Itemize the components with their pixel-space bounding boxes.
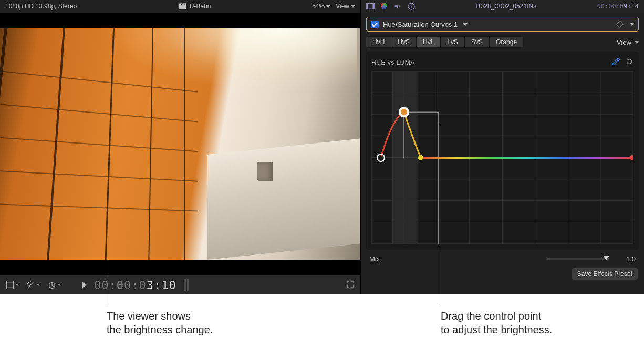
chevron-down-icon: [635, 41, 639, 44]
chevron-down-icon: [351, 5, 355, 8]
mix-row: Mix 1.0: [361, 250, 644, 266]
svg-point-6: [13, 287, 14, 289]
chevron-down-icon: [58, 284, 61, 286]
save-effects-preset-button[interactable]: Save Effects Preset: [572, 268, 638, 280]
chevron-down-icon: [326, 5, 330, 8]
chevron-down-icon: [463, 23, 468, 26]
svg-rect-15: [411, 6, 412, 8]
inspector-pane: B028_C002_0521INs 00:00:09:14 Hue/Satura…: [361, 0, 644, 294]
info-inspector-icon[interactable]: [407, 3, 416, 10]
svg-point-3: [6, 281, 7, 283]
inspector-top-bar: B028_C002_0521INs 00:00:09:14: [361, 0, 644, 13]
tab-lvs[interactable]: LvS: [441, 37, 465, 47]
chevron-down-icon[interactable]: [630, 23, 634, 26]
keyframe-icon[interactable]: [616, 21, 624, 28]
callouts: The viewer showsthe brightness change. D…: [0, 294, 644, 347]
chevron-down-icon: [37, 284, 40, 286]
tab-hvl[interactable]: HvL: [417, 37, 441, 47]
clapper-icon: [178, 3, 186, 10]
effect-enable-checkbox[interactable]: [371, 21, 379, 28]
viewer-top-bar: 1080p HD 23.98p, Stereo U-Bahn 54% View: [0, 0, 360, 13]
tab-svs[interactable]: SvS: [465, 37, 490, 47]
video-frame: [0, 28, 360, 260]
effect-header[interactable]: Hue/Saturation Curves 1: [366, 17, 639, 32]
svg-point-13: [382, 5, 387, 9]
callout-text-viewer: The viewer showsthe brightness change.: [107, 309, 296, 336]
audio-inspector-icon[interactable]: [393, 3, 402, 10]
tab-orange[interactable]: Orange: [490, 37, 523, 47]
chevron-down-icon: [16, 284, 19, 286]
curve-panel: HUE vs LUMA: [366, 52, 639, 250]
viewer-bottom-bar: 00:00:03:10: [0, 275, 360, 294]
eyedropper-button[interactable]: [611, 57, 621, 68]
slider-thumb-icon[interactable]: [603, 256, 609, 260]
svg-rect-36: [421, 157, 633, 159]
curve-title-row: HUE vs LUMA: [371, 57, 633, 68]
svg-point-5: [6, 287, 7, 289]
svg-rect-9: [367, 4, 368, 9]
curve-tab-row: HvH HvS HvL LvS SvS Orange View: [361, 35, 644, 52]
inspector-timecode: 00:00:09:14: [597, 3, 639, 10]
mix-label: Mix: [369, 255, 380, 263]
audio-meter: [184, 279, 190, 291]
inspector-clip-name: B028_C002_0521INs: [476, 3, 536, 10]
svg-rect-10: [372, 4, 374, 9]
svg-rect-2: [7, 282, 13, 288]
viewer-pane: 1080p HD 23.98p, Stereo U-Bahn 54% View: [0, 0, 361, 294]
viewer-canvas[interactable]: [0, 13, 360, 275]
clip-title[interactable]: U-Bahn: [178, 3, 211, 10]
retime-tool[interactable]: [47, 281, 61, 289]
color-inspector-icon[interactable]: [380, 3, 388, 10]
svg-point-38: [379, 156, 382, 159]
clip-title-text: U-Bahn: [190, 3, 211, 10]
mix-slider[interactable]: [546, 258, 609, 260]
app-window: 1080p HD 23.98p, Stereo U-Bahn 54% View: [0, 0, 644, 294]
tab-hvs[interactable]: HvS: [391, 37, 417, 47]
video-inspector-icon[interactable]: [366, 3, 375, 10]
effect-name: Hue/Saturation Curves 1: [383, 21, 458, 28]
reset-button[interactable]: [625, 57, 633, 67]
save-row: Save Effects Preset: [361, 266, 644, 284]
svg-rect-0: [179, 5, 186, 9]
mix-value: 1.0: [615, 255, 636, 263]
curve-title: HUE vs LUMA: [371, 59, 415, 66]
fullscreen-button[interactable]: [346, 280, 355, 291]
callout-text-curve: Drag the control pointto adjust the brig…: [441, 309, 630, 336]
curve-tabs: HvH HvS HvL LvS SvS Orange: [366, 37, 523, 47]
svg-point-42: [630, 155, 633, 160]
transform-tool[interactable]: [5, 281, 19, 289]
play-button[interactable]: [82, 282, 87, 288]
callout-line: [441, 125, 441, 306]
curve-view-dropdown[interactable]: View: [617, 38, 639, 46]
zoom-dropdown[interactable]: 54%: [312, 3, 330, 10]
format-label: 1080p HD 23.98p, Stereo: [5, 3, 77, 10]
enhance-tool[interactable]: [26, 281, 40, 289]
curve-graph[interactable]: [371, 71, 633, 244]
svg-point-40: [401, 109, 407, 115]
svg-point-41: [418, 155, 423, 160]
svg-rect-16: [411, 5, 412, 6]
callout-line: [107, 211, 107, 306]
tab-hvh[interactable]: HvH: [366, 37, 391, 47]
svg-point-4: [13, 281, 14, 283]
view-dropdown[interactable]: View: [336, 3, 355, 10]
